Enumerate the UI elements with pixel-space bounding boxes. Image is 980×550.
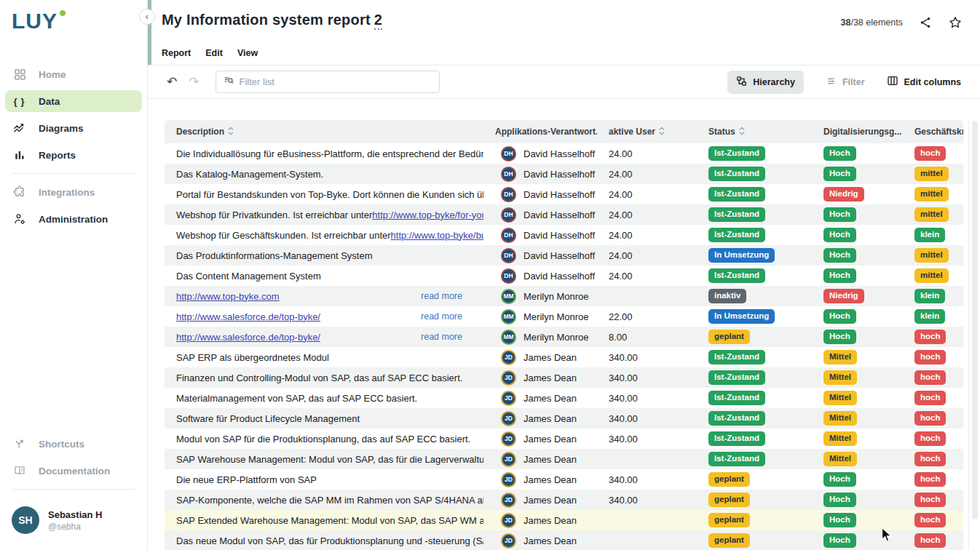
- sidebar-item-home[interactable]: Home: [5, 63, 142, 85]
- active-user-cell: 340.00: [597, 495, 697, 506]
- owner-name: James Dean: [523, 413, 577, 424]
- description-cell: Das neue Modul von SAP, das für Produkti…: [165, 535, 483, 546]
- sidebar-item-documentation[interactable]: Documentation: [5, 460, 142, 482]
- criticality-badge: mittel: [914, 167, 949, 181]
- criticality-cell: mittel: [903, 248, 963, 263]
- digitalization-badge: Hoch: [823, 330, 856, 344]
- column-header-5[interactable]: Digitalisierungsg...: [812, 127, 903, 138]
- filter-list-input[interactable]: Filter list: [216, 71, 440, 93]
- criticality-cell: hoch: [903, 472, 963, 487]
- description-link[interactable]: http://www.top-byke/business/: [391, 230, 483, 241]
- page-title-number[interactable]: 2: [374, 12, 382, 30]
- table-row[interactable]: Das Katalog-Management-System.DHDavid Ha…: [165, 164, 963, 184]
- sidebar-item-label: Integrations: [39, 187, 95, 198]
- column-header-1[interactable]: Description: [165, 127, 483, 138]
- description-cell: Das Content Management System: [165, 271, 483, 282]
- column-header-6[interactable]: Geschäftskritik: [903, 127, 963, 137]
- description-link[interactable]: http://www.salesforce.de/top-byke/: [176, 311, 320, 322]
- menu-edit[interactable]: Edit: [205, 48, 223, 58]
- avatar: JD: [501, 533, 516, 549]
- table-row[interactable]: Finanzen und Controlling-Modul von SAP, …: [165, 367, 963, 388]
- table-row[interactable]: SAP-Komponente, welche die SAP MM im Rah…: [165, 490, 963, 510]
- sidebar-item-diagrams[interactable]: Diagrams: [5, 117, 142, 139]
- owner-name: David Hasselhoff: [523, 169, 595, 180]
- avatar[interactable]: SH: [12, 506, 39, 534]
- description-link[interactable]: http://www.salesforce.de/top-byke/: [176, 332, 320, 343]
- status-cell: Ist-Zustand: [697, 228, 812, 242]
- active-user-cell: 24.00: [597, 230, 697, 241]
- table-row[interactable]: SAP Extended Warehouse Management: Modul…: [165, 510, 963, 530]
- undo-icon[interactable]: ↶: [167, 74, 177, 89]
- menu-report[interactable]: Report: [162, 48, 191, 58]
- sidebar-item-reports[interactable]: Reports: [5, 144, 142, 166]
- avatar: JD: [501, 493, 516, 508]
- avatar: JD: [501, 452, 516, 467]
- filter-search-icon: [224, 75, 234, 89]
- table-row[interactable]: Das Content Management SystemDHDavid Has…: [165, 266, 963, 286]
- sidebar-item-label: Documentation: [39, 466, 110, 477]
- table-row[interactable]: http://www.salesforce.de/top-byke/read m…: [165, 306, 963, 327]
- column-header-4[interactable]: Status: [697, 127, 812, 138]
- sort-icon[interactable]: [228, 127, 234, 138]
- sort-icon[interactable]: [739, 127, 745, 138]
- hierarchy-button[interactable]: Hierarchy: [727, 71, 804, 94]
- column-header-2[interactable]: Applikations-Verantwort...: [483, 127, 597, 138]
- table-row[interactable]: Webshop für Privatkunden. Ist erreichbar…: [165, 204, 963, 225]
- description-link[interactable]: http://www.top-byke.com: [176, 291, 280, 302]
- table-row[interactable]: Webshop für Geschäftskunden. Ist erreich…: [165, 225, 963, 245]
- description-text: Das Katalog-Management-System.: [176, 169, 323, 180]
- user-block[interactable]: SH Sebastian H @sebha: [0, 497, 147, 550]
- share-icon[interactable]: [919, 16, 932, 29]
- vertical-scrollbar[interactable]: [972, 121, 978, 519]
- digitalization-cell: Niedrig: [812, 289, 903, 303]
- filter-sliders-icon: [826, 76, 837, 89]
- digitalization-cell: Mittel: [812, 370, 903, 385]
- table-row[interactable]: http://www.salesforce.de/top-byke/read m…: [165, 327, 963, 347]
- digitalization-cell: Niedrig: [812, 187, 903, 202]
- status-cell: geplant: [697, 472, 812, 487]
- read-more-link[interactable]: read more: [421, 291, 483, 301]
- status-badge: Ist-Zustand: [708, 187, 765, 202]
- edit-columns-button[interactable]: Edit columns: [887, 75, 961, 89]
- table-row[interactable]: SAP ERP als übergeordnetes ModulJDJames …: [165, 347, 963, 367]
- sidebar-item-shortcuts[interactable]: Shortcuts: [5, 433, 142, 455]
- report-table: DescriptionApplikations-Verantwort...akt…: [165, 120, 963, 550]
- owner-cell: JDJames Dean: [483, 452, 597, 467]
- criticality-cell: hoch: [903, 391, 963, 405]
- table-row[interactable]: Modul von SAP für die Produktionsplanung…: [165, 429, 963, 449]
- sidebar-divider: [12, 173, 135, 174]
- sidebar-item-data[interactable]: { }Data: [5, 90, 142, 112]
- owner-name: James Dean: [523, 434, 577, 445]
- owner-cell: DHDavid Hasselhoff: [483, 268, 597, 284]
- column-label: Digitalisierungsg...: [823, 127, 901, 137]
- status-badge: Ist-Zustand: [708, 391, 765, 405]
- menu-view[interactable]: View: [237, 48, 258, 58]
- star-icon[interactable]: [948, 15, 963, 30]
- status-badge: geplant: [708, 330, 750, 344]
- table-row[interactable]: Die Individuallösung für eBusiness-Platt…: [165, 143, 963, 164]
- table-row[interactable]: Die neue ERP-Plattform von SAPJDJames De…: [165, 469, 963, 490]
- criticality-badge: klein: [914, 289, 945, 303]
- column-header-3[interactable]: aktive User: [597, 127, 697, 138]
- sidebar-item-administration[interactable]: Administration: [5, 208, 142, 230]
- description-text: Finanzen und Controlling-Modul von SAP, …: [176, 372, 462, 383]
- table-row[interactable]: Software für Product Lifecycle Managemen…: [165, 408, 963, 429]
- sidebar-item-integrations[interactable]: Integrations: [5, 181, 142, 203]
- digitalization-cell: Mittel: [812, 411, 903, 426]
- description-link[interactable]: http://www.top-byke/for-you/: [372, 210, 483, 220]
- table-row[interactable]: http://www.top-byke.comread moreMMMerily…: [165, 286, 963, 306]
- table-row[interactable]: Materialmanagement von SAP, das auf SAP …: [165, 388, 963, 408]
- column-label: aktive User: [609, 127, 655, 137]
- table-row[interactable]: Das Produktinformations-Management Syste…: [165, 245, 963, 266]
- sidebar-collapse-button[interactable]: ‹: [139, 9, 155, 25]
- digitalization-cell: Hoch: [812, 146, 903, 161]
- table-row[interactable]: Portal für Bestandskunden von Top-Byke. …: [165, 184, 963, 204]
- owner-cell: DHDavid Hasselhoff: [483, 228, 597, 243]
- table-row[interactable]: Das neue Modul von SAP, das für Produkti…: [165, 530, 963, 550]
- criticality-cell: klein: [903, 228, 963, 242]
- read-more-link[interactable]: read more: [421, 332, 483, 342]
- table-row[interactable]: SAP Warehouse Management: Modul von SAP,…: [165, 449, 963, 469]
- sort-icon[interactable]: [659, 127, 665, 138]
- owner-cell: MMMerilyn Monroe: [483, 289, 597, 304]
- read-more-link[interactable]: read more: [421, 311, 483, 322]
